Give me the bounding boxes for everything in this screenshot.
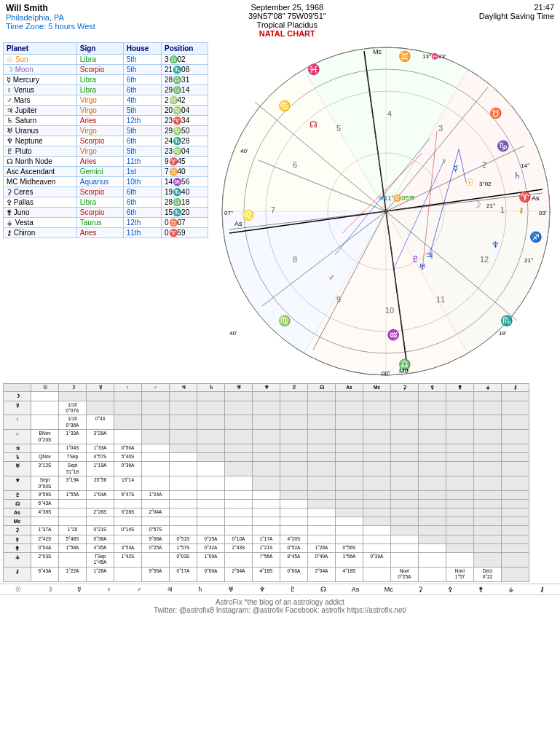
- aspect-cell: [336, 526, 363, 535]
- aspect-cell: [363, 415, 391, 430]
- aspect-cell: 0°04A: [31, 543, 59, 552]
- aspect-cell: [502, 462, 529, 476]
- sym-pallas: ⚴: [448, 586, 453, 593]
- svg-text:14°: 14°: [521, 162, 529, 169]
- aspect-cell: [308, 401, 336, 415]
- aspect-cell: [280, 476, 308, 491]
- bottom-symbols: ☉ ☽ ☿ ♀ ♂ ♃ ♄ ♅ ♆ ♇ ☊ As Mc ⚳ ⚴ ⚵ ⚶ ⚷: [0, 584, 560, 594]
- aspect-cell: [502, 543, 529, 552]
- grid-col-jupiter: ♃: [170, 384, 197, 392]
- aspect-cell: [197, 453, 225, 462]
- aspect-cell: 0°03S: [170, 552, 197, 567]
- aspect-cell: 1°37A: [31, 526, 59, 535]
- aspect-cell: [474, 517, 502, 526]
- aspect-cell: [474, 444, 502, 453]
- aspect-cell: 1°28A: [87, 567, 114, 581]
- aspect-cell: [142, 500, 170, 509]
- aspect-cell: [170, 526, 197, 535]
- planet-house: 11th: [123, 157, 161, 167]
- grid-col-mars: ♂: [142, 384, 170, 392]
- grid-col-juno: ⚵: [446, 384, 474, 392]
- aspect-cell: [280, 526, 308, 535]
- aspect-cell: [170, 517, 197, 526]
- planet-row: ⚳ Ceres Scorpio 6th 19♏40: [4, 187, 208, 197]
- aspect-cell: [308, 476, 336, 491]
- planet-table: Planet Sign House Position ☉ Sun Libra 5…: [0, 41, 211, 382]
- svg-text:03': 03': [539, 210, 547, 216]
- aspect-cell: [419, 517, 446, 526]
- aspect-row-label: ⚴: [4, 535, 31, 543]
- planet-house: 6th: [123, 208, 161, 218]
- chart-section: ♈ ♉ ♊ ♋ ♌ ♍ ♎ ♏ ♐ ♑ ♒: [211, 41, 560, 382]
- planet-row: ⚶ Vesta Taurus 12th 0♉07: [4, 218, 208, 228]
- aspect-cell: [446, 444, 474, 453]
- aspect-cell: [197, 526, 225, 535]
- aspect-cell: [197, 476, 225, 491]
- aspect-cell: [59, 517, 87, 526]
- aspect-cell: [336, 401, 363, 415]
- grid-col-pallas: ⚴: [419, 384, 446, 392]
- aspect-cell: [446, 543, 474, 552]
- sym-pluto: ♇: [290, 586, 296, 593]
- aspect-cell: [363, 476, 391, 491]
- svg-text:As: As: [234, 220, 242, 227]
- aspect-cell: [502, 526, 529, 535]
- sym-mc: Mc: [384, 586, 393, 593]
- aspect-cell: 3°28A: [87, 430, 114, 444]
- planets-data-table: Planet Sign House Position ☉ Sun Libra 5…: [3, 42, 208, 238]
- planet-row: ♆ Neptune Scorpio 6th 24♏28: [4, 136, 208, 146]
- aspect-row: ♇9°59S1°55A1°04A6°47S1°24A: [4, 491, 529, 500]
- aspect-cell: 4°35A: [87, 543, 114, 552]
- aspect-cell: [225, 476, 253, 491]
- aspect-cell: 15°14: [114, 476, 142, 491]
- aspect-cell: [197, 444, 225, 453]
- aspect-cell: 1°26A: [308, 543, 336, 552]
- location: Philadelphia, PA: [6, 13, 95, 22]
- aspect-cell: 2°26S: [87, 509, 114, 517]
- aspect-cell: [225, 552, 253, 567]
- planet-house: 12th: [123, 116, 161, 126]
- planet-row: Asc Ascendant Gemini 1st 7♊40: [4, 167, 208, 177]
- planet-position: 9♈45: [161, 157, 208, 167]
- grid-col-mercury: ☿: [87, 384, 114, 392]
- planet-row: ♅ Uranus Virgo 5th 29♍50: [4, 126, 208, 136]
- svg-text:12: 12: [479, 255, 488, 264]
- planet-symbol: ♅ Uranus: [4, 126, 77, 136]
- aspect-cell: [114, 567, 142, 581]
- aspect-cell: [502, 392, 529, 401]
- svg-text:⚷: ⚷: [518, 206, 523, 214]
- aspect-cell: 9°08A: [142, 535, 170, 543]
- sym-ceres: ⚳: [418, 586, 423, 593]
- planet-sign: Libra: [76, 75, 123, 85]
- aspect-cell: 2°04A: [308, 567, 336, 581]
- svg-text:3°02: 3°02: [479, 181, 492, 187]
- aspect-cell: 5°48S: [59, 535, 87, 543]
- grid-col-saturn: ♄: [197, 384, 225, 392]
- planet-symbol: ♃ Jupiter: [4, 106, 77, 116]
- aspect-cell: [308, 415, 336, 430]
- aspect-cell: [114, 401, 142, 415]
- planet-position: 21♏08: [161, 65, 208, 75]
- aspect-cell: [31, 392, 59, 401]
- svg-text:07°: 07°: [224, 210, 233, 216]
- aspect-row-label: ♃: [4, 444, 31, 453]
- svg-text:♋: ♋: [277, 100, 291, 112]
- planet-sign: Aries: [76, 157, 123, 167]
- aspect-cell: 4°38S: [31, 509, 59, 517]
- aspect-cell: 7°56A: [253, 552, 280, 567]
- planet-sign: Aries: [76, 228, 123, 238]
- aspect-cell: 4°20S: [280, 535, 308, 543]
- aspect-cell: 1°57S: [170, 543, 197, 552]
- aspect-cell: [280, 444, 308, 453]
- planet-symbol: ⚴ Pallas: [4, 197, 77, 208]
- aspect-cell: [308, 430, 336, 444]
- aspect-cell: [391, 415, 419, 430]
- aspect-cell: [87, 392, 114, 401]
- aspect-row-label: ♄: [4, 453, 31, 462]
- svg-text:40': 40': [240, 148, 248, 154]
- aspect-cell: [391, 401, 419, 415]
- planet-position: 28♎31: [161, 75, 208, 85]
- aspect-cell: [363, 517, 391, 526]
- aspect-cell: TSep: [59, 453, 87, 462]
- aspect-cell: [502, 567, 529, 581]
